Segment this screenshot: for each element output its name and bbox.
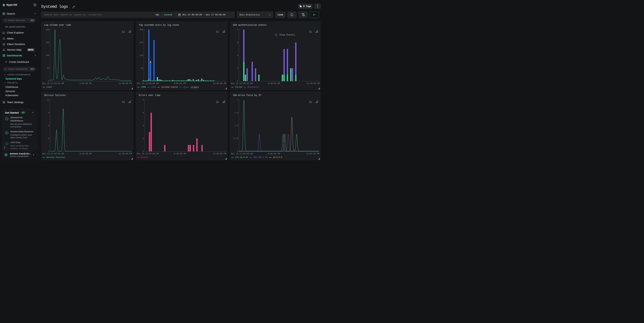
svg-text:9:00:00 PM: 9:00:00 PM [268, 83, 280, 85]
svg-text:0: 0 [142, 150, 144, 153]
svg-text:11:00:00 PM: 11:00:00 PM [118, 83, 132, 85]
svg-text:0: 0 [237, 150, 238, 153]
svg-text:11:00:00 PM: 11:00:00 PM [213, 83, 226, 85]
svg-text:285: 285 [140, 42, 143, 44]
svg-text:6: 6 [142, 112, 144, 114]
svg-text:Nov 15 12:00:00 AM: Nov 15 12:00:00 AM [231, 83, 253, 85]
svg-text:6: 6 [237, 42, 238, 44]
svg-text:380: 380 [140, 29, 143, 31]
svg-text:2: 2 [237, 67, 238, 70]
svg-text:11:00:00 PM: 11:00:00 PM [213, 153, 226, 155]
svg-text:9:00:00 PM: 9:00:00 PM [174, 153, 186, 155]
svg-text:Nov 15 12:00:00 AM: Nov 15 12:00:00 AM [137, 83, 159, 85]
svg-text:4: 4 [237, 54, 238, 57]
svg-text:0.75: 0.75 [234, 137, 238, 140]
svg-text:190: 190 [140, 54, 143, 57]
svg-text:285: 285 [46, 42, 49, 44]
svg-text:0: 0 [142, 80, 143, 83]
svg-text:95: 95 [47, 67, 49, 70]
svg-text:Nov 15 12:00:00 AM: Nov 15 12:00:00 AM [42, 83, 64, 85]
svg-text:4: 4 [142, 125, 144, 127]
svg-text:Nov 15 12:00:00 AM: Nov 15 12:00:00 AM [231, 153, 253, 155]
svg-text:95: 95 [141, 67, 143, 70]
svg-text:8: 8 [237, 29, 238, 31]
svg-text:Nov 15 12:00:00 AM: Nov 15 12:00:00 AM [137, 153, 159, 155]
svg-text:380: 380 [46, 29, 49, 31]
svg-text:11:00:00 PM: 11:00:00 PM [306, 153, 319, 155]
svg-text:9:00:00 PM: 9:00:00 PM [80, 153, 92, 155]
svg-text:190: 190 [46, 54, 49, 57]
svg-text:11:00:00 PM: 11:00:00 PM [306, 83, 320, 85]
svg-text:0: 0 [48, 150, 49, 153]
svg-text:3: 3 [237, 99, 238, 101]
svg-text:Nov 15 12:00:00 AM: Nov 15 12:00:00 AM [42, 153, 64, 155]
svg-text:12: 12 [47, 99, 49, 101]
svg-text:9:00:00 PM: 9:00:00 PM [174, 83, 186, 85]
svg-text:2.3: 2.3 [234, 112, 238, 114]
svg-text:9: 9 [48, 112, 49, 114]
svg-text:8: 8 [142, 99, 144, 101]
svg-text:2: 2 [142, 137, 144, 140]
svg-text:0: 0 [48, 80, 49, 83]
svg-text:6: 6 [48, 125, 49, 127]
svg-text:3: 3 [48, 137, 49, 140]
svg-text:1.5: 1.5 [234, 125, 238, 127]
svg-text:11:00:00 PM: 11:00:00 PM [118, 153, 132, 155]
svg-text:0: 0 [237, 80, 238, 83]
svg-text:9:00:00 PM: 9:00:00 PM [268, 153, 280, 155]
svg-text:9:00:00 PM: 9:00:00 PM [80, 83, 92, 85]
